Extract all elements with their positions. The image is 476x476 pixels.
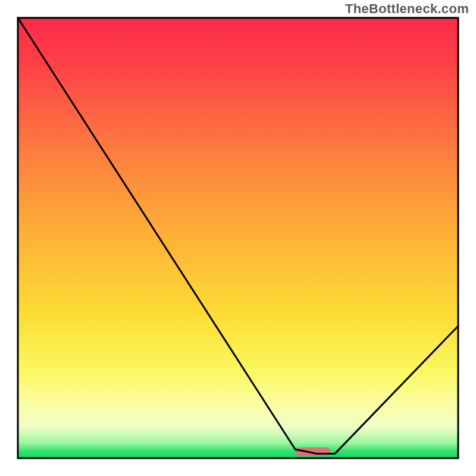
watermark-label: TheBottleneck.com: [345, 1, 469, 17]
chart-container: TheBottleneck.com: [0, 0, 476, 476]
bottleneck-chart: [0, 0, 476, 476]
plot-background: [18, 18, 458, 458]
